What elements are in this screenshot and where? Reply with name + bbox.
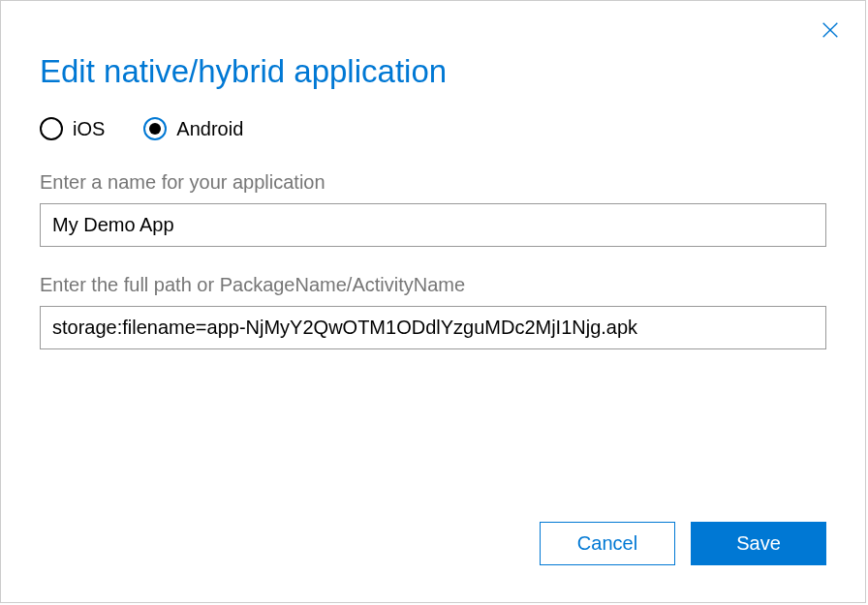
dialog-title: Edit native/hybrid application — [40, 53, 826, 90]
radio-option-ios[interactable]: iOS — [40, 117, 105, 140]
app-path-input[interactable] — [40, 306, 826, 349]
cancel-button[interactable]: Cancel — [540, 522, 675, 565]
app-name-input[interactable] — [40, 203, 826, 247]
close-icon — [820, 19, 841, 41]
app-path-label: Enter the full path or PackageName/Activ… — [40, 274, 826, 296]
app-name-label: Enter a name for your application — [40, 171, 826, 194]
save-button[interactable]: Save — [691, 522, 826, 565]
radio-circle-selected-icon — [143, 117, 167, 140]
radio-option-android[interactable]: Android — [143, 117, 243, 140]
dialog-button-row: Cancel Save — [540, 522, 826, 565]
platform-radio-group: iOS Android — [40, 117, 826, 140]
edit-application-dialog: Edit native/hybrid application iOS Andro… — [0, 0, 866, 603]
radio-circle-icon — [40, 117, 63, 140]
radio-label-ios: iOS — [73, 118, 105, 140]
close-button[interactable] — [819, 18, 842, 42]
radio-label-android: Android — [176, 118, 243, 140]
radio-dot-icon — [149, 123, 161, 135]
